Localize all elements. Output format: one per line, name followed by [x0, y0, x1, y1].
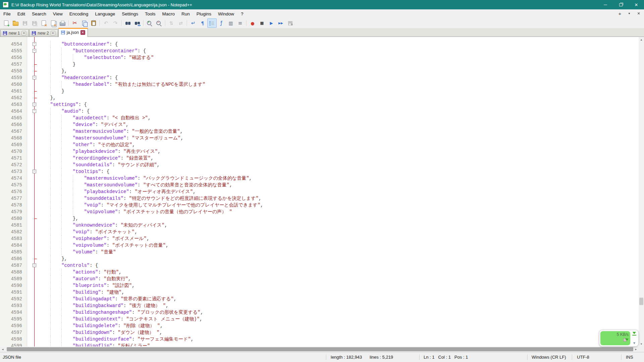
- fold-margin[interactable]: −: [32, 108, 38, 115]
- fold-margin[interactable]: [32, 182, 38, 188]
- code-text[interactable]: "buildingbackward": "後方（建物） ",: [38, 302, 639, 309]
- bookmark-margin[interactable]: [27, 168, 32, 175]
- fold-margin[interactable]: −: [32, 101, 38, 108]
- code-text[interactable]: "voip": "マイクを使用してマルチプレイヤーで他のプレイヤーと会話できます…: [38, 202, 639, 208]
- menu-search[interactable]: Search: [29, 10, 50, 18]
- sync-vertical-button[interactable]: ⇅: [167, 18, 176, 28]
- bookmark-margin[interactable]: [27, 175, 32, 182]
- document-list-button[interactable]: ≡: [235, 18, 245, 28]
- bookmark-margin[interactable]: [27, 262, 32, 269]
- code-text[interactable]: "sounddetails": "サウンドの詳細",: [38, 162, 639, 168]
- fold-margin[interactable]: [32, 336, 38, 343]
- fold-margin[interactable]: [32, 121, 38, 128]
- bookmark-margin[interactable]: [27, 249, 32, 255]
- fold-margin[interactable]: [32, 141, 38, 148]
- bookmark-margin[interactable]: [27, 336, 32, 343]
- vertical-scrollbar[interactable]: ▲ ▼: [639, 37, 644, 347]
- menu-file[interactable]: File: [0, 10, 14, 18]
- word-wrap-button[interactable]: ↵: [189, 18, 198, 28]
- menu-plugins[interactable]: Plugins: [193, 10, 215, 18]
- menu-edit[interactable]: Edit: [14, 10, 29, 18]
- code-text[interactable]: },: [38, 68, 639, 74]
- bookmark-margin[interactable]: [27, 322, 32, 329]
- code-text[interactable]: "device": "デバイス",: [38, 121, 639, 128]
- bookmark-margin[interactable]: [27, 242, 32, 249]
- bookmark-margin[interactable]: [27, 255, 32, 262]
- fold-margin[interactable]: [32, 222, 38, 229]
- scroll-right-arrow-icon[interactable]: ►: [633, 347, 639, 352]
- code-text[interactable]: "autorun": "自動実行",: [38, 276, 639, 282]
- tab-close-icon[interactable]: ✕: [80, 30, 85, 35]
- close-button[interactable]: ✕: [629, 0, 644, 9]
- code-text[interactable]: "mastermusicvolume": "バックグラウンドミュージックの全体的…: [38, 175, 639, 182]
- bookmark-margin[interactable]: [27, 282, 32, 289]
- scroll-down-arrow-icon[interactable]: ▼: [639, 341, 644, 347]
- fold-margin[interactable]: [32, 229, 38, 235]
- minimize-button[interactable]: [598, 0, 613, 9]
- code-text[interactable]: "buttoncentercontainer": {: [38, 48, 639, 54]
- fold-margin[interactable]: [32, 235, 38, 242]
- menu-language[interactable]: Language: [92, 10, 118, 18]
- macro-run-multi-button[interactable]: ▶▶: [276, 18, 285, 28]
- code-text[interactable]: "buildingdown": "ダウン（建物） ",: [38, 329, 639, 336]
- print-button[interactable]: [58, 18, 67, 28]
- status-eol-format[interactable]: Windows (CR LF): [532, 352, 566, 362]
- bookmark-margin[interactable]: [27, 54, 32, 61]
- expand-chevron-icon[interactable]: ▼: [633, 342, 636, 345]
- find-button[interactable]: [123, 18, 132, 28]
- macro-stop-button[interactable]: ■: [257, 18, 267, 28]
- code-text[interactable]: "audio": {: [38, 108, 639, 115]
- code-text[interactable]: "autodetect": "< 自動検出 >",: [38, 115, 639, 121]
- menu-encoding[interactable]: Encoding: [66, 10, 92, 18]
- fold-margin[interactable]: [32, 276, 38, 282]
- fold-margin[interactable]: [32, 188, 38, 195]
- code-text[interactable]: }: [38, 88, 639, 95]
- bookmark-margin[interactable]: [27, 101, 32, 108]
- fold-margin[interactable]: [32, 54, 38, 61]
- fold-margin[interactable]: [32, 296, 38, 302]
- close-all-button[interactable]: [48, 18, 58, 28]
- fold-collapse-icon[interactable]: −: [33, 76, 36, 79]
- horizontal-scrollbar[interactable]: ◄ ►: [0, 347, 644, 352]
- bookmark-margin[interactable]: [27, 195, 32, 202]
- bookmark-margin[interactable]: [27, 95, 32, 101]
- download-arrow-icon[interactable]: [632, 332, 636, 336]
- macro-save-button[interactable]: [285, 18, 295, 28]
- bookmark-margin[interactable]: [27, 276, 32, 282]
- fold-margin[interactable]: [32, 208, 38, 215]
- scroll-up-arrow-icon[interactable]: ▲: [639, 37, 644, 42]
- code-text[interactable]: "actions": "行動",: [38, 269, 639, 276]
- bookmark-margin[interactable]: [27, 41, 32, 48]
- code-text[interactable]: "buildingchangeshape": "ブロックの形状を変更する",: [38, 309, 639, 316]
- fold-collapse-icon[interactable]: −: [33, 103, 36, 106]
- code-text[interactable]: "mastermusicvolume": "一般的な音楽の音量",: [38, 128, 639, 135]
- menu-window[interactable]: Window: [215, 10, 237, 18]
- fold-margin[interactable]: [32, 249, 38, 255]
- code-text[interactable]: "controls": {: [38, 262, 639, 269]
- fold-margin[interactable]: [32, 202, 38, 208]
- fold-margin[interactable]: [32, 195, 38, 202]
- fold-margin[interactable]: [32, 128, 38, 135]
- save-file-button[interactable]: [20, 18, 30, 28]
- bookmark-margin[interactable]: [27, 121, 32, 128]
- fold-collapse-icon[interactable]: −: [33, 170, 36, 173]
- code-text[interactable]: }: [38, 61, 639, 68]
- fold-margin[interactable]: −: [32, 262, 38, 269]
- tab-close-icon[interactable]: ✕: [51, 31, 55, 36]
- menu-view[interactable]: View: [50, 10, 66, 18]
- bookmark-margin[interactable]: [27, 74, 32, 81]
- tab-ja.json[interactable]: ja.json✕: [58, 28, 88, 37]
- code-text[interactable]: "playbackdevice": "オーディオ再生デバイス",: [38, 188, 639, 195]
- code-text[interactable]: "buildingadapt": "世界の要素に適応する",: [38, 296, 639, 302]
- status-encoding[interactable]: UTF-8: [577, 352, 589, 362]
- bookmark-margin[interactable]: [27, 115, 32, 121]
- fold-margin[interactable]: [32, 115, 38, 121]
- code-text[interactable]: "recordingdevice": "録音装置",: [38, 155, 639, 162]
- code-text[interactable]: "playbackdevice": "再生デバイス",: [38, 148, 639, 155]
- code-text[interactable]: "building": "建物",: [38, 289, 639, 296]
- undo-button[interactable]: ↶: [101, 18, 111, 28]
- code-text[interactable]: },: [38, 95, 639, 101]
- bookmark-margin[interactable]: [27, 289, 32, 296]
- fold-margin[interactable]: [32, 269, 38, 276]
- code-text[interactable]: "settings": {: [38, 101, 639, 108]
